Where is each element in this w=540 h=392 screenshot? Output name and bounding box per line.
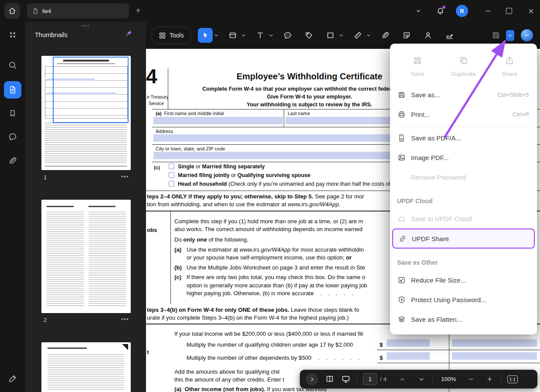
steps34-note: urate if you complete Steps 3–4(b) on th… <box>147 314 349 321</box>
minimize-button[interactable] <box>485 0 492 22</box>
chevron-down-icon <box>415 7 422 14</box>
select-tool-dropdown[interactable] <box>214 33 219 38</box>
menu-item-label: Image PDF... <box>411 154 524 161</box>
search-button[interactable] <box>8 61 17 70</box>
thumbnail-page-1[interactable] <box>41 56 131 170</box>
step2-text: also works. The correct amount of withho… <box>174 226 363 232</box>
menu-item-shortcut: Ctrl+Shift+S <box>497 92 529 98</box>
tools-button[interactable]: Tools <box>151 27 191 44</box>
thumbnail-page-2[interactable] <box>41 200 131 313</box>
quick-actions-row: Save Duplicate Share <box>390 50 537 85</box>
text-tool-dropdown[interactable] <box>268 33 274 38</box>
children-amount-field[interactable] <box>387 339 430 347</box>
checkbox-head-of-household[interactable] <box>169 181 174 187</box>
shape-tool-dropdown[interactable] <box>339 33 344 38</box>
checkbox-head-of-household-label: Head of household (Check only if you’re … <box>178 181 411 187</box>
apps-grid-button[interactable] <box>8 31 17 39</box>
new-tab-button[interactable]: + <box>132 4 144 17</box>
sticker-tool-button[interactable] <box>399 28 414 43</box>
save-split-button <box>489 28 514 43</box>
menu-item-save-as-flatten[interactable]: Save as Flatten... <box>390 310 537 329</box>
shape-tool-button[interactable] <box>323 28 338 43</box>
updf-window: fw4 + R <box>0 0 540 392</box>
select-tool-button[interactable] <box>198 28 213 43</box>
select-tool-group <box>198 28 219 43</box>
panel-title: Thumbnails <box>35 31 68 38</box>
comments-button[interactable] <box>8 132 17 141</box>
thumbnail-page-3[interactable] <box>41 342 131 392</box>
menu-item-reduce-file-size[interactable]: Reduce File Size... <box>390 270 537 290</box>
step2-item-a: (a) <box>174 246 181 253</box>
step2-text: or your spouse have self-employment inco… <box>187 254 352 261</box>
zoom-out-button[interactable] <box>468 376 474 382</box>
reader-mode-button[interactable] <box>325 375 334 384</box>
tools-grid-icon <box>159 32 166 39</box>
attach-tool-button[interactable] <box>378 28 393 43</box>
maximize-button[interactable] <box>506 0 512 22</box>
signature-tool-button[interactable] <box>442 28 457 43</box>
next-page-button[interactable] <box>418 376 425 383</box>
zoom-level[interactable]: 100% <box>441 376 456 382</box>
menu-item-save-as-pdfa[interactable]: A Save as PDF/A... <box>390 128 537 148</box>
close-button[interactable] <box>528 0 534 22</box>
menu-item-protect-using-password[interactable]: Protect Using Password... <box>390 290 537 310</box>
checkbox-single-label: Single or Married filing separately <box>178 164 265 170</box>
image-icon <box>397 153 406 162</box>
attachments-button[interactable] <box>8 156 17 165</box>
text-tool-button[interactable] <box>253 28 268 43</box>
menu-item-updf-share[interactable]: UPDF Share <box>392 228 535 249</box>
menu-item-print[interactable]: Print... Ctrl+P <box>390 105 537 124</box>
form-number-fragment: 4 <box>146 65 157 88</box>
minus-icon <box>468 376 474 382</box>
save-dropdown-button[interactable] <box>506 30 514 41</box>
thumbnail-menu-button[interactable]: ••• <box>121 173 129 180</box>
amount-field[interactable] <box>452 352 537 360</box>
tag-tool-button[interactable] <box>302 28 316 43</box>
window-dropdown-button[interactable] <box>415 0 422 22</box>
measure-tool-dropdown[interactable] <box>366 33 371 38</box>
document-tab[interactable]: fw4 <box>27 3 129 18</box>
panel-drag-handle[interactable]: ••• <box>25 23 146 29</box>
checkbox-married-jointly[interactable] <box>169 172 174 178</box>
chevron-down-icon <box>214 33 219 38</box>
actual-size-button[interactable]: 1:1 <box>507 375 518 383</box>
thumbnail-viewport-indicator[interactable] <box>53 57 129 123</box>
edit-tool-button[interactable] <box>225 28 240 43</box>
amount-field[interactable] <box>452 339 537 347</box>
first-name-field[interactable] <box>153 117 283 124</box>
first-name-label: (a) First name and middle initial <box>156 111 224 116</box>
chevron-down-icon <box>241 33 246 38</box>
step2-text: higher paying job. Otherwise, (b) is mor… <box>187 290 353 297</box>
address-label: Address <box>156 129 173 134</box>
ai-assistant-button[interactable] <box>521 29 533 41</box>
previous-page-button[interactable] <box>399 376 406 383</box>
presentation-button[interactable] <box>341 375 350 384</box>
menu-item-image-pdf[interactable]: Image PDF... <box>390 148 537 167</box>
bookmarks-button[interactable] <box>8 109 17 118</box>
menu-item-label: Print... <box>411 111 507 118</box>
home-icon <box>8 7 17 15</box>
ai-icon <box>523 32 530 39</box>
contact-tool-button[interactable] <box>421 28 435 43</box>
zoom-in-button[interactable] <box>486 376 493 382</box>
chevron-down-icon <box>366 33 371 38</box>
quick-duplicate-label: Duplicate <box>451 71 475 77</box>
edit-tool-dropdown[interactable] <box>241 33 246 38</box>
page-number-input[interactable]: 1 <box>363 373 377 385</box>
tag-icon <box>305 31 313 40</box>
step2-text: Complete this step if you (1) hold more … <box>174 218 363 225</box>
thumbnail-menu-button[interactable]: ••• <box>121 316 129 323</box>
save-button[interactable] <box>489 28 503 43</box>
account-button[interactable]: R <box>456 0 468 22</box>
home-button[interactable] <box>4 3 20 19</box>
pin-button[interactable] <box>125 30 132 37</box>
comment-tool-button[interactable] <box>280 28 295 43</box>
checkbox-single[interactable] <box>169 164 174 169</box>
edit-tools-button[interactable] <box>8 374 17 383</box>
dependents-amount-field[interactable] <box>387 352 430 360</box>
thumb1-footer-line <box>45 166 127 167</box>
collapse-bar-button[interactable] <box>306 373 318 385</box>
thumbnails-panel-button[interactable] <box>4 81 21 99</box>
measure-tool-button[interactable] <box>350 28 365 43</box>
menu-item-save-as[interactable]: Save as... Ctrl+Shift+S <box>390 85 537 105</box>
